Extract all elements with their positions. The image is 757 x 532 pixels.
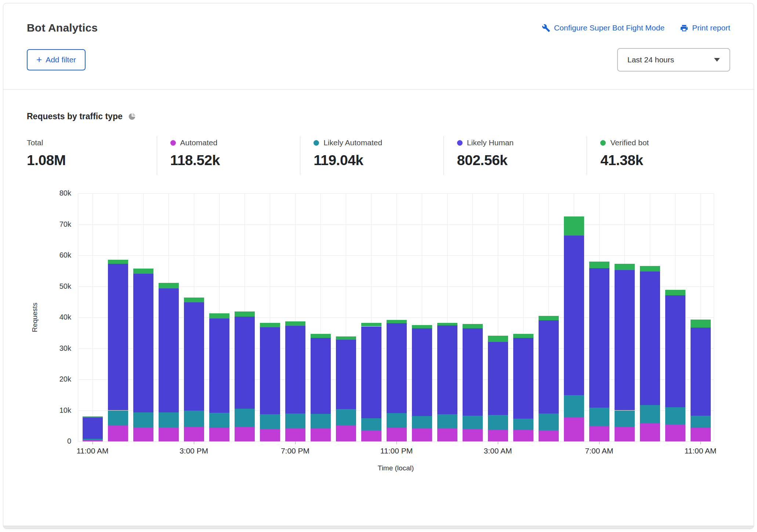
bar-segment-automated [589,426,609,441]
bar-segment-likely-human [83,418,103,439]
bar-segment-likely-human [387,323,407,413]
configure-super-bot-fight-mode-link[interactable]: Configure Super Bot Fight Mode [542,23,664,32]
bar-segment-likely-automated [260,414,280,429]
bar-segment-automated [691,428,711,441]
bar-segment-likely-human [260,327,280,414]
bar-segment-likely-automated [437,414,457,428]
stat-likely-human-value: 802.56k [457,152,587,168]
bar-segment-automated [184,427,204,441]
gridline [78,193,714,194]
bar-segment-likely-automated [691,416,711,428]
bar-segment-verified-bot [361,323,381,326]
x-tick-mark [498,441,498,444]
bar-segment-verified-bot [260,323,280,327]
stat-likely-human: Likely Human 802.56k [443,136,587,175]
bar-segment-likely-human [463,328,483,416]
print-link-label: Print report [692,23,730,32]
y-tick-label: 30k [46,344,71,353]
stat-total-value: 1.08M [27,152,157,168]
bar-segment-verified-bot [387,320,407,323]
bar-segment-likely-human [412,328,432,416]
bar-segment-verified-bot [412,325,432,328]
gridline [78,193,78,441]
stat-likely-automated-value: 119.04k [314,152,443,168]
bar-segment-likely-automated [184,411,204,427]
bar-segment-likely-automated [387,413,407,428]
bar-segment-verified-bot [665,290,685,295]
likely-human-dot-icon [457,140,463,146]
stat-automated: Automated 118.52k [157,136,300,175]
wrench-icon [542,24,550,32]
y-tick-label: 40k [46,313,71,321]
print-report-link[interactable]: Print report [680,23,730,32]
x-tick-mark [295,441,296,444]
bar-segment-automated [488,430,508,441]
chevron-down-icon [714,58,720,62]
bar-segment-automated [463,429,483,441]
y-tick-label: 0 [46,437,71,445]
stat-verified-bot: Verified bot 41.38k [587,136,730,175]
bar-segment-likely-human [285,326,305,413]
bar-segment-verified-bot [513,334,533,338]
bar-segment-automated [640,423,660,441]
bar-segment-likely-automated [589,408,609,426]
bar-segment-automated [539,430,559,441]
page-title: Bot Analytics [27,22,98,34]
x-tick-mark [396,441,397,444]
bar-segment-likely-automated [209,413,229,428]
bar-segment-likely-human [665,295,685,407]
stat-verified-bot-value: 41.38k [600,152,730,168]
bar-segment-automated [361,430,381,441]
bar-segment-likely-human [311,338,331,414]
stat-likely-human-label: Likely Human [467,138,514,147]
x-tick-mark [599,441,600,444]
bar-segment-automated [564,417,584,441]
bar-segment-likely-automated [463,416,483,429]
stat-total-label: Total [27,138,43,147]
y-tick-label: 70k [46,220,71,229]
bar-segment-verified-bot [336,336,356,339]
time-range-select[interactable]: Last 24 hours [617,48,730,72]
configure-link-label: Configure Super Bot Fight Mode [554,23,664,32]
y-tick-label: 10k [46,406,71,415]
stat-total: Total 1.08M [27,136,157,175]
x-tick-label: 3:00 AM [483,447,512,455]
bar-segment-verified-bot [437,323,457,325]
bar-segment-likely-human [488,342,508,415]
bar-segment-verified-bot [285,321,305,326]
bar-segment-likely-human [640,272,660,405]
bar-segment-likely-human [184,302,204,411]
bar-segment-likely-automated [159,412,179,427]
bar-segment-likely-human [513,338,533,419]
printer-icon [680,24,688,32]
bar-segment-verified-bot [691,320,711,328]
bar-segment-automated [260,429,280,441]
bar-segment-verified-bot [564,216,584,236]
bar-segment-verified-bot [108,260,128,264]
bar-segment-automated [665,424,685,441]
bar-segment-verified-bot [83,416,103,418]
x-tick-mark [93,441,93,444]
bar-segment-automated [311,429,331,441]
bar-segment-likely-human [336,340,356,409]
bar-segment-automated [437,428,457,441]
gridline [78,225,714,225]
stats-row: Total 1.08M Automated 118.52k Likely Aut… [27,136,730,175]
bar-segment-automated [209,428,229,441]
bar-segment-likely-automated [539,413,559,430]
add-filter-button[interactable]: + Add filter [27,49,86,70]
gridline [93,193,93,441]
x-tick-label: 7:00 PM [281,447,309,455]
bar-segment-verified-bot [488,336,508,342]
gridline [78,441,714,442]
bot-analytics-card: Bot Analytics Configure Super Bot Fight … [3,3,754,529]
x-axis-title: Time (local) [378,464,414,472]
bar-segment-likely-automated [488,415,508,430]
verified-bot-dot-icon [600,140,606,146]
y-tick-label: 20k [46,375,71,383]
pie-chart-icon [128,112,136,121]
bar-segment-likely-automated [336,409,356,425]
bar-segment-verified-bot [640,266,660,272]
gridline [714,193,714,441]
x-tick-label: 11:00 AM [684,447,716,455]
